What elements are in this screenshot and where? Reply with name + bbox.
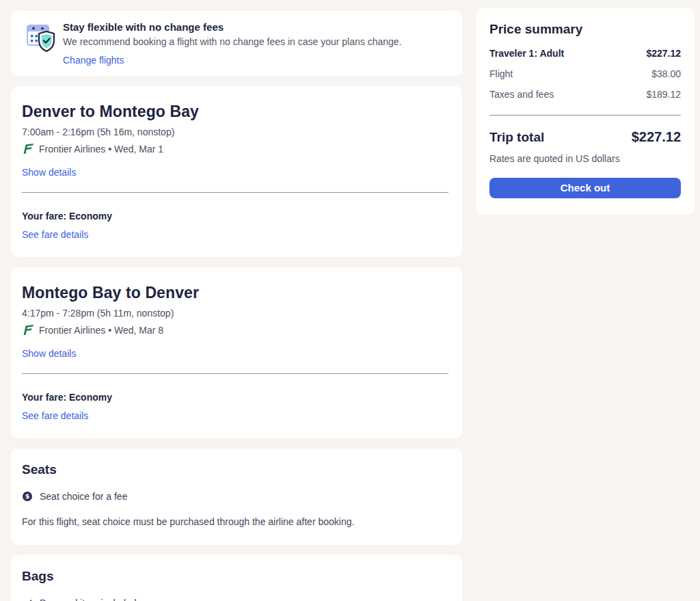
check-out-button[interactable]: Check out	[489, 178, 681, 198]
frontier-airlines-logo-icon	[22, 144, 33, 154]
flight-title: Denver to Montego Bay	[22, 103, 448, 121]
bags-card: Bags Personal item included $ Carry-on b…	[11, 555, 462, 601]
seats-title: Seats	[22, 462, 448, 477]
calendar-shield-check-icon	[26, 21, 57, 56]
price-row-label: Traveler 1: Adult	[489, 48, 564, 59]
banner-text-block: Stay flexible with no change fees We rec…	[63, 21, 401, 66]
fare-label: Your fare: Economy	[22, 211, 448, 222]
trip-total-label: Trip total	[489, 130, 544, 145]
flight-times: 7:00am - 2:16pm (5h 16m, nonstop)	[22, 126, 448, 137]
seat-fee-item: $ Seat choice for a fee	[22, 491, 448, 502]
price-summary-divider	[489, 115, 681, 116]
see-fare-details-link[interactable]: See fare details	[22, 229, 88, 240]
flight-title: Montego Bay to Denver	[22, 284, 448, 302]
flight-card-outbound: Denver to Montego Bay 7:00am - 2:16pm (5…	[11, 86, 462, 257]
bag-item-label: Personal item included	[40, 598, 137, 601]
side-column: Price summary Traveler 1: Adult $227.12 …	[476, 8, 695, 601]
price-row-label: Taxes and fees	[489, 89, 554, 100]
bags-title: Bags	[22, 569, 448, 584]
frontier-airlines-logo-icon	[22, 325, 33, 335]
fare-label: Your fare: Economy	[22, 392, 448, 403]
banner-description: We recommend booking a flight with no ch…	[63, 36, 401, 49]
rates-note: Rates are quoted in US dollars	[489, 153, 681, 164]
airline-row: Frontier Airlines • Wed, Mar 1	[22, 144, 448, 155]
main-column: Stay flexible with no change fees We rec…	[11, 11, 462, 601]
flight-checkout-page: Stay flexible with no change fees We rec…	[0, 0, 700, 601]
price-row-value: $189.12	[646, 89, 681, 100]
price-row-flight: Flight $38.00	[489, 68, 681, 79]
trip-total-value: $227.12	[632, 129, 681, 145]
dollar-circle-icon: $	[22, 491, 33, 502]
flexibility-banner: Stay flexible with no change fees We rec…	[11, 11, 462, 76]
svg-text:$: $	[25, 492, 30, 500]
price-row-traveler: Traveler 1: Adult $227.12	[489, 48, 681, 59]
flight-times: 4:17pm - 7:28pm (5h 11m, nonstop)	[22, 308, 448, 319]
show-details-link[interactable]: Show details	[22, 167, 76, 178]
flight-card-return: Montego Bay to Denver 4:17pm - 7:28pm (5…	[11, 267, 462, 438]
airline-and-date: Frontier Airlines • Wed, Mar 8	[39, 325, 163, 336]
change-flights-link[interactable]: Change flights	[63, 55, 124, 66]
price-row-label: Flight	[489, 68, 513, 79]
banner-title: Stay flexible with no change fees	[63, 21, 401, 34]
price-row-value: $227.12	[646, 48, 681, 59]
flight-card-divider	[22, 373, 448, 374]
check-icon	[22, 598, 33, 601]
seat-fee-label: Seat choice for a fee	[40, 491, 127, 502]
airline-and-date: Frontier Airlines • Wed, Mar 1	[39, 144, 163, 155]
seats-note: For this flight, seat choice must be pur…	[22, 516, 448, 529]
price-row-value: $38.00	[651, 68, 681, 79]
flight-card-divider	[22, 192, 448, 193]
price-row-taxes: Taxes and fees $189.12	[489, 89, 681, 100]
airline-row: Frontier Airlines • Wed, Mar 8	[22, 325, 448, 336]
show-details-link[interactable]: Show details	[22, 348, 76, 359]
bag-item-personal: Personal item included	[22, 598, 448, 601]
price-summary-title: Price summary	[489, 22, 681, 37]
seats-card: Seats $ Seat choice for a fee For this f…	[11, 449, 462, 546]
trip-total-row: Trip total $227.12	[489, 129, 681, 145]
price-summary-card: Price summary Traveler 1: Adult $227.12 …	[476, 8, 695, 215]
see-fare-details-link[interactable]: See fare details	[22, 410, 88, 421]
